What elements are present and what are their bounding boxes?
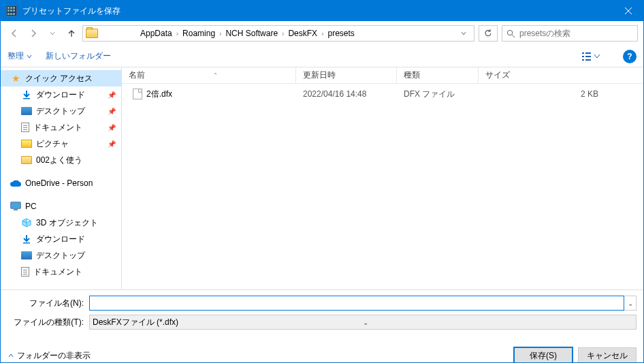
svg-rect-9 bbox=[12, 203, 20, 208]
sidebar-item-label: クイック アクセス bbox=[25, 73, 93, 84]
nav-forward-button[interactable] bbox=[25, 25, 42, 42]
file-date-cell: 2022/04/16 14:48 bbox=[296, 89, 397, 99]
organize-menu[interactable]: 整理 bbox=[7, 50, 32, 62]
filetype-label: ファイルの種類(T): bbox=[7, 317, 89, 328]
sidebar-item-pictures[interactable]: ピクチャ📌 bbox=[1, 136, 121, 152]
nav-recent-dropdown[interactable] bbox=[44, 25, 61, 42]
chevron-right-icon: › bbox=[280, 30, 285, 37]
svg-rect-11 bbox=[23, 242, 30, 244]
sidebar-item-label: 3D オブジェクト bbox=[36, 217, 98, 229]
svg-rect-2 bbox=[585, 52, 591, 54]
download-icon bbox=[21, 234, 32, 244]
new-folder-button[interactable]: 新しいフォルダー bbox=[46, 50, 111, 62]
view-options-button[interactable] bbox=[582, 51, 601, 62]
sidebar-item-downloads-pc[interactable]: ダウンロード bbox=[1, 231, 121, 247]
app-icon bbox=[6, 5, 17, 16]
crumb-nch[interactable]: NCH Software bbox=[223, 29, 280, 38]
download-icon bbox=[21, 89, 32, 100]
column-header-name[interactable]: 名前⌃ bbox=[122, 67, 296, 83]
svg-rect-6 bbox=[585, 59, 591, 61]
pin-icon: 📌 bbox=[108, 108, 116, 115]
crumb-presets[interactable]: presets bbox=[325, 29, 357, 38]
sidebar-item-desktop[interactable]: デスクトップ📌 bbox=[1, 103, 121, 119]
svg-rect-5 bbox=[582, 59, 584, 61]
documents-icon bbox=[21, 267, 29, 277]
sidebar-item-label: OneDrive - Person bbox=[25, 178, 93, 188]
file-type-cell: DFX ファイル bbox=[397, 89, 479, 100]
address-dropdown-icon[interactable] bbox=[456, 30, 471, 37]
file-icon bbox=[133, 89, 142, 99]
svg-point-0 bbox=[507, 30, 512, 35]
footer: フォルダーの非表示 保存(S) キャンセル bbox=[1, 339, 643, 363]
sidebar-item-onedrive[interactable]: OneDrive - Person bbox=[1, 175, 121, 191]
nav-back-button[interactable] bbox=[6, 25, 22, 42]
sidebar-item-downloads[interactable]: ダウンロード📌 bbox=[1, 86, 121, 103]
sidebar-item-label: PC bbox=[25, 202, 37, 211]
table-row[interactable]: 2倍.dfx 2022/04/16 14:48 DFX ファイル 2 KB bbox=[126, 86, 639, 101]
search-icon bbox=[506, 29, 515, 38]
view-icon bbox=[582, 51, 601, 62]
sidebar-item-label: ドキュメント bbox=[33, 266, 82, 278]
toolbar: 整理 新しいフォルダー ? bbox=[1, 46, 643, 67]
filename-label: ファイル名(N): bbox=[7, 298, 89, 309]
nav-up-button[interactable] bbox=[63, 25, 80, 42]
sidebar-item-label: ピクチャ bbox=[36, 138, 69, 150]
sidebar-item-label: 002よく使う bbox=[36, 155, 82, 166]
crumb-roaming[interactable]: Roaming bbox=[180, 29, 218, 38]
column-header-type[interactable]: 種類 bbox=[397, 67, 479, 83]
file-list: 名前⌃ 更新日時 種類 サイズ 2倍.dfx 2022/04/16 14:48 … bbox=[122, 67, 643, 289]
crumb-appdata[interactable]: AppData bbox=[138, 29, 175, 38]
svg-rect-3 bbox=[582, 56, 584, 57]
cube-icon bbox=[21, 217, 32, 228]
sidebar-item-custom-folder[interactable]: 002よく使う bbox=[1, 152, 121, 168]
sidebar-item-documents-pc[interactable]: ドキュメント bbox=[1, 264, 121, 280]
chevron-down-icon bbox=[27, 54, 32, 59]
filename-input[interactable] bbox=[89, 296, 624, 311]
refresh-button[interactable] bbox=[479, 25, 498, 42]
pin-icon: 📌 bbox=[108, 91, 116, 99]
save-button[interactable]: 保存(S) bbox=[514, 347, 573, 363]
chevron-right-icon: › bbox=[218, 30, 223, 37]
chevron-right-icon: › bbox=[320, 30, 325, 37]
search-input[interactable]: presetsの検索 bbox=[502, 25, 638, 42]
sidebar-item-label: デスクトップ bbox=[36, 250, 85, 262]
sidebar-item-3d-objects[interactable]: 3D オブジェクト bbox=[1, 215, 121, 231]
file-size-cell: 2 KB bbox=[479, 89, 639, 99]
sidebar: ★クイック アクセス ダウンロード📌 デスクトップ📌 ドキュメント📌 ピクチャ📌… bbox=[1, 67, 122, 289]
sort-indicator-icon: ⌃ bbox=[213, 72, 218, 78]
column-header-date[interactable]: 更新日時 bbox=[296, 67, 397, 83]
address-bar[interactable]: AppData› Roaming› NCH Software› DeskFX› … bbox=[82, 25, 474, 42]
file-name-cell: 2倍.dfx bbox=[126, 89, 296, 100]
bottom-panel: ファイル名(N): ⌄ ファイルの種類(T): DeskFXファイル (*.df… bbox=[1, 289, 643, 339]
cancel-button[interactable]: キャンセル bbox=[578, 347, 637, 363]
pc-icon bbox=[10, 201, 21, 212]
column-headers: 名前⌃ 更新日時 種類 サイズ bbox=[122, 67, 643, 84]
documents-icon bbox=[21, 123, 29, 132]
folder-icon bbox=[21, 156, 32, 164]
filetype-combo[interactable]: DeskFXファイル (*.dfx)⌄ bbox=[89, 315, 637, 330]
filename-dropdown[interactable]: ⌄ bbox=[624, 296, 637, 311]
pictures-icon bbox=[21, 140, 32, 148]
sidebar-item-desktop-pc[interactable]: デスクトップ bbox=[1, 247, 121, 264]
pin-icon: 📌 bbox=[108, 124, 116, 131]
column-header-size[interactable]: サイズ bbox=[479, 67, 643, 83]
sidebar-item-pc[interactable]: PC bbox=[1, 198, 121, 215]
sidebar-item-documents[interactable]: ドキュメント📌 bbox=[1, 119, 121, 136]
crumb-deskfx[interactable]: DeskFX bbox=[285, 29, 320, 38]
window-title: プリセットファイルを保存 bbox=[22, 5, 613, 17]
close-button[interactable] bbox=[613, 1, 643, 21]
help-button[interactable]: ? bbox=[623, 50, 637, 63]
breadcrumb: AppData› Roaming› NCH Software› DeskFX› … bbox=[138, 29, 456, 38]
hide-folders-button[interactable]: フォルダーの非表示 bbox=[7, 350, 91, 362]
file-name: 2倍.dfx bbox=[146, 89, 172, 100]
sidebar-item-quick-access[interactable]: ★クイック アクセス bbox=[1, 70, 121, 86]
pin-icon: 📌 bbox=[108, 140, 116, 148]
svg-rect-10 bbox=[14, 209, 18, 210]
navbar: AppData› Roaming› NCH Software› DeskFX› … bbox=[1, 21, 643, 46]
titlebar: プリセットファイルを保存 bbox=[1, 1, 643, 21]
chevron-down-icon: ⌄ bbox=[363, 319, 633, 326]
chevron-right-icon: › bbox=[175, 30, 180, 37]
search-placeholder: presetsの検索 bbox=[519, 28, 570, 40]
chevron-up-icon bbox=[7, 352, 14, 359]
star-icon: ★ bbox=[10, 73, 21, 84]
